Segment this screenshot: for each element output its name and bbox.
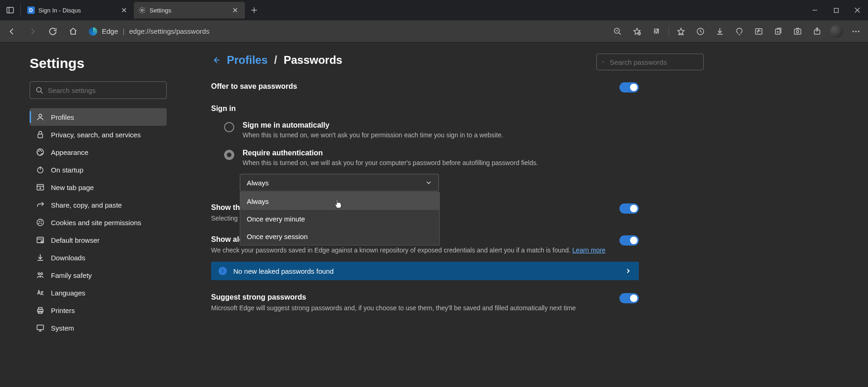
browser-toolbar: Edge | edge://settings/passwords — [0, 20, 868, 43]
more-menu-icon[interactable] — [847, 22, 865, 41]
radio-auto-signin[interactable] — [224, 122, 234, 132]
svg-line-67 — [604, 62, 604, 63]
svg-rect-62 — [37, 325, 44, 330]
learn-more-link[interactable]: Learn more — [572, 246, 606, 254]
refresh-button[interactable] — [44, 22, 62, 41]
search-icon — [36, 86, 43, 94]
svg-point-31 — [855, 31, 856, 32]
favorites-list-icon[interactable] — [672, 22, 690, 41]
sidebar-item-profiles[interactable]: Profiles — [30, 108, 167, 126]
dropdown-option-always[interactable]: Always — [240, 192, 439, 210]
sidebar-item-label: Languages — [51, 289, 85, 297]
svg-point-50 — [38, 223, 39, 223]
disqus-favicon: D — [27, 6, 35, 14]
dropdown-option-session[interactable]: Once every session — [240, 227, 439, 245]
search-passwords-input[interactable] — [610, 58, 698, 66]
sidebar-item-on-startup[interactable]: On startup — [30, 161, 167, 178]
suggest-strong-toggle[interactable] — [619, 293, 639, 303]
close-window-button[interactable] — [847, 0, 868, 20]
back-arrow-icon[interactable] — [211, 55, 220, 65]
profile-avatar[interactable] — [827, 22, 846, 41]
search-icon — [602, 58, 604, 66]
address-bar[interactable]: Edge | edge://settings/passwords — [84, 24, 606, 39]
share-icon[interactable] — [808, 22, 826, 41]
sidebar-title: Settings — [30, 55, 167, 71]
close-tab-icon[interactable] — [120, 6, 128, 14]
sidebar-item-share-copy-and-paste[interactable]: Share, copy, and paste — [30, 196, 167, 214]
close-tab-icon[interactable] — [231, 6, 239, 14]
svg-point-39 — [40, 150, 40, 150]
sidebar-item-appearance[interactable]: Appearance — [30, 143, 167, 161]
svg-point-49 — [41, 221, 41, 221]
sidebar-item-downloads[interactable]: Downloads — [30, 249, 167, 266]
history-icon[interactable] — [691, 22, 710, 41]
sidebar-item-label: Family safety — [51, 271, 92, 279]
offer-save-label: Offer to save passwords — [211, 82, 297, 91]
search-passwords-field[interactable] — [596, 54, 704, 70]
tips-icon[interactable] — [730, 22, 749, 41]
collections-icon[interactable] — [769, 22, 787, 41]
auth-frequency-select[interactable]: Always Always Once every minute Once eve… — [240, 174, 439, 191]
forward-button[interactable] — [23, 22, 42, 41]
brand-label: Edge — [102, 27, 118, 35]
lock-icon — [36, 130, 44, 139]
alerts-toggle[interactable] — [619, 235, 639, 246]
sidebar-item-system[interactable]: System — [30, 319, 167, 337]
sidebar-item-label: Downloads — [51, 254, 85, 262]
favorite-icon[interactable] — [628, 22, 646, 41]
maximize-button[interactable] — [825, 0, 847, 20]
downloads-icon[interactable] — [711, 22, 729, 41]
toolbar-separator — [668, 26, 669, 37]
minimize-button[interactable] — [804, 0, 825, 20]
search-settings-field[interactable] — [30, 81, 167, 99]
sidebar-item-default-browser[interactable]: Default browser — [30, 231, 167, 249]
svg-rect-10 — [834, 8, 838, 12]
sidebar-item-new-tab-page[interactable]: New tab page — [30, 178, 167, 196]
sidebar-item-family-safety[interactable]: Family safety — [30, 266, 167, 284]
titlebar-divider — [20, 5, 21, 16]
svg-point-51 — [41, 223, 41, 223]
new-tab-button[interactable] — [247, 3, 262, 18]
svg-point-30 — [852, 31, 854, 32]
home-button[interactable] — [64, 22, 82, 41]
breadcrumb-parent[interactable]: Profiles — [227, 54, 268, 67]
tab-disqus[interactable]: D Sign In - Disqus — [23, 2, 134, 18]
svg-point-32 — [858, 31, 859, 32]
titlebar: D Sign In - Disqus Settings — [0, 0, 868, 20]
tab-label: Settings — [150, 7, 227, 14]
profile-icon — [36, 113, 44, 121]
sidebar-item-label: New tab page — [51, 184, 94, 191]
back-button[interactable] — [3, 22, 21, 41]
svg-line-34 — [41, 92, 43, 93]
suggest-strong-desc: Microsoft Edge will suggest strong passw… — [211, 303, 576, 313]
chevron-right-icon — [625, 268, 631, 274]
leaked-passwords-banner[interactable]: i No new leaked passwords found — [211, 262, 639, 280]
sidebar-item-privacy-search-and-services[interactable]: Privacy, search, and services — [30, 126, 167, 143]
zoom-icon[interactable] — [608, 22, 627, 41]
sidebar-item-printers[interactable]: Printers — [30, 301, 167, 319]
svg-point-47 — [37, 219, 44, 226]
system-icon — [36, 324, 44, 332]
url-text: edge://settings/passwords — [129, 27, 209, 35]
reveal-toggle[interactable] — [619, 203, 639, 214]
math-icon[interactable] — [749, 22, 768, 41]
share-icon — [36, 201, 44, 209]
svg-rect-27 — [794, 29, 801, 34]
sidebar-item-label: System — [51, 324, 74, 332]
tab-actions-button[interactable] — [0, 0, 20, 20]
sidebar-item-languages[interactable]: Languages — [30, 284, 167, 301]
radio-auto-title: Sign me in automatically — [243, 121, 503, 129]
radio-require-auth[interactable] — [224, 150, 234, 160]
screenshot-icon[interactable] — [788, 22, 807, 41]
sidebar-item-cookies-and-site-permissions[interactable]: Cookies and site permissions — [30, 214, 167, 231]
settings-favicon — [138, 6, 146, 14]
extensions-icon[interactable] — [647, 22, 666, 41]
offer-save-toggle[interactable] — [619, 82, 639, 92]
show-alerts-desc: We check your passwords saved in Edge ag… — [211, 246, 606, 255]
svg-point-56 — [38, 273, 40, 275]
printer-icon — [36, 306, 44, 314]
dropdown-option-minute[interactable]: Once every minute — [240, 210, 439, 227]
search-settings-input[interactable] — [48, 86, 161, 94]
power-icon — [36, 166, 44, 174]
tab-settings[interactable]: Settings — [134, 2, 245, 18]
